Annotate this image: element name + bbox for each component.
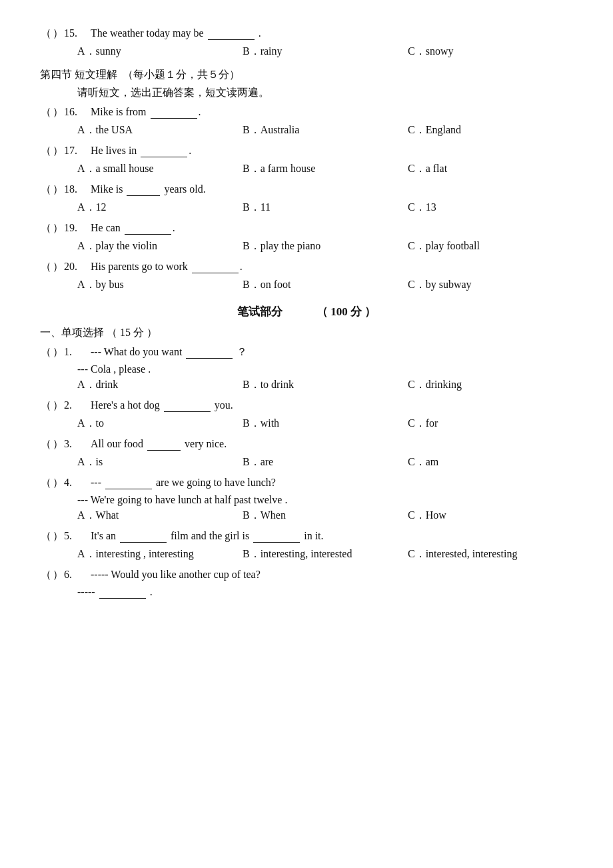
option-17-c: C．a flat xyxy=(408,162,573,176)
options-w3: A．is B．are C．am xyxy=(77,455,573,469)
q-text-w5: It's an film and the girl is in it. xyxy=(91,530,573,543)
written-question-5: （ ） 5. It's an film and the girl is in i… xyxy=(40,529,573,561)
option-w1-b: B．to drink xyxy=(243,378,408,392)
question-17: （ ） 17. He lives in . A．a small house B．… xyxy=(40,144,573,176)
q-num-w2: 2. xyxy=(64,399,89,411)
close-paren-19: ） xyxy=(52,221,64,235)
close-paren-w5: ） xyxy=(52,529,64,543)
close-paren-18: ） xyxy=(52,183,64,197)
written-question-4: （ ） 4. --- are we going to have lunch? -… xyxy=(40,476,573,523)
options-16: A．the USA B．Australia C．England xyxy=(77,123,573,137)
q-text-15: The weather today may be . xyxy=(91,27,573,40)
option-19-a: A．play the violin xyxy=(77,239,243,253)
blank-w5b xyxy=(253,530,300,543)
q-text-w1a: --- What do you want ？ xyxy=(91,345,573,359)
q-num-w3: 3. xyxy=(64,438,89,450)
option-20-b: B．on foot xyxy=(243,278,408,292)
option-w2-c: C．for xyxy=(408,417,573,431)
options-19: A．play the violin B．play the piano C．pla… xyxy=(77,239,573,253)
option-20-c: C．by subway xyxy=(408,278,573,292)
option-18-c: C．13 xyxy=(408,201,573,215)
close-paren-15: ） xyxy=(52,27,64,41)
option-w2-b: B．with xyxy=(243,417,408,431)
option-w5-b: B．interesting, interested xyxy=(243,547,408,561)
blank-17 xyxy=(141,145,187,157)
option-17-a: A．a small house xyxy=(77,162,243,176)
q-text-w1b: --- Cola , please . xyxy=(77,363,573,375)
option-w4-b: B．When xyxy=(243,509,408,523)
q-text-w3: All our food very nice. xyxy=(91,438,573,451)
q-num-17: 17. xyxy=(64,145,89,157)
close-paren-17: ） xyxy=(52,144,64,158)
paren-15: （ xyxy=(40,27,52,41)
question-20: （ ） 20. His parents go to work . A．by bu… xyxy=(40,260,573,292)
paren-w5: （ xyxy=(40,529,52,543)
blank-w3 xyxy=(147,438,181,451)
paren-w3: （ xyxy=(40,437,52,451)
option-w4-c: C．How xyxy=(408,509,573,523)
blank-w1 xyxy=(186,346,233,359)
q-num-16: 16. xyxy=(64,106,89,118)
q-text-16: Mike is from . xyxy=(91,106,573,119)
option-15-c: C．snowy xyxy=(408,45,573,59)
q-text-19: He can . xyxy=(91,222,573,235)
q-text-18: Mike is years old. xyxy=(91,183,573,196)
blank-16 xyxy=(151,106,197,119)
close-paren-w4: ） xyxy=(52,476,64,490)
q-text-w6b: ----- . xyxy=(77,586,573,599)
option-16-c: C．England xyxy=(408,123,573,137)
blank-w4 xyxy=(105,477,152,489)
q-num-w5: 5. xyxy=(64,530,89,542)
option-18-b: B．11 xyxy=(243,201,408,215)
written-question-1: （ ） 1. --- What do you want ？ --- Cola ,… xyxy=(40,345,573,392)
blank-19 xyxy=(125,222,171,235)
option-w4-a: A．What xyxy=(77,509,243,523)
paren-18: （ xyxy=(40,183,52,197)
q-num-15: 15. xyxy=(64,27,89,39)
option-w1-c: C．drinking xyxy=(408,378,573,392)
paren-w4: （ xyxy=(40,476,52,490)
question-19: （ ） 19. He can . A．play the violin B．pla… xyxy=(40,221,573,253)
q-num-w4: 4. xyxy=(64,477,89,489)
close-paren-16: ） xyxy=(52,105,64,119)
option-18-a: A．12 xyxy=(77,201,243,215)
close-paren-w3: ） xyxy=(52,437,64,451)
blank-w5a xyxy=(120,530,167,543)
paren-19: （ xyxy=(40,221,52,235)
q-num-18: 18. xyxy=(64,183,89,195)
q-num-20: 20. xyxy=(64,261,89,273)
blank-w2 xyxy=(164,399,211,412)
q-num-w6: 6. xyxy=(64,569,89,581)
section4-note: 请听短文，选出正确答案，短文读两遍。 xyxy=(77,86,573,100)
option-w1-a: A．drink xyxy=(77,378,243,392)
q-num-19: 19. xyxy=(64,222,89,234)
q-text-w4a: --- are we going to have lunch? xyxy=(91,477,573,489)
option-w3-a: A．is xyxy=(77,455,243,469)
q-text-w6a: ----- Would you like another cup of tea? xyxy=(91,569,573,581)
close-paren-w1: ） xyxy=(52,345,64,359)
blank-18 xyxy=(127,183,160,196)
blank-20 xyxy=(192,261,239,273)
section4-header: 第四节 短文理解 （每小题１分，共５分） xyxy=(40,68,573,82)
paren-17: （ xyxy=(40,144,52,158)
paren-w2: （ xyxy=(40,399,52,413)
question-16: （ ） 16. Mike is from . A．the USA B．Austr… xyxy=(40,105,573,137)
q-text-17: He lives in . xyxy=(91,145,573,157)
close-paren-w2: ） xyxy=(52,399,64,413)
options-w5: A．interesting , interesting B．interestin… xyxy=(77,547,573,561)
written-question-2: （ ） 2. Here's a hot dog you. A．to B．with… xyxy=(40,399,573,431)
q-text-w4b: --- We're going to have lunch at half pa… xyxy=(77,494,573,506)
option-17-b: B．a farm house xyxy=(243,162,408,176)
option-19-c: C．play football xyxy=(408,239,573,253)
option-w3-c: C．am xyxy=(408,455,573,469)
option-15-b: B．rainy xyxy=(243,45,408,59)
options-18: A．12 B．11 C．13 xyxy=(77,201,573,215)
options-20: A．by bus B．on foot C．by subway xyxy=(77,278,573,292)
options-w4: A．What B．When C．How xyxy=(77,509,573,523)
paren-20: （ xyxy=(40,260,52,274)
question-15: （ ） 15. The weather today may be . A．sun… xyxy=(40,27,573,59)
option-w5-a: A．interesting , interesting xyxy=(77,547,243,561)
option-20-a: A．by bus xyxy=(77,278,243,292)
paren-16: （ xyxy=(40,105,52,119)
options-w2: A．to B．with C．for xyxy=(77,417,573,431)
